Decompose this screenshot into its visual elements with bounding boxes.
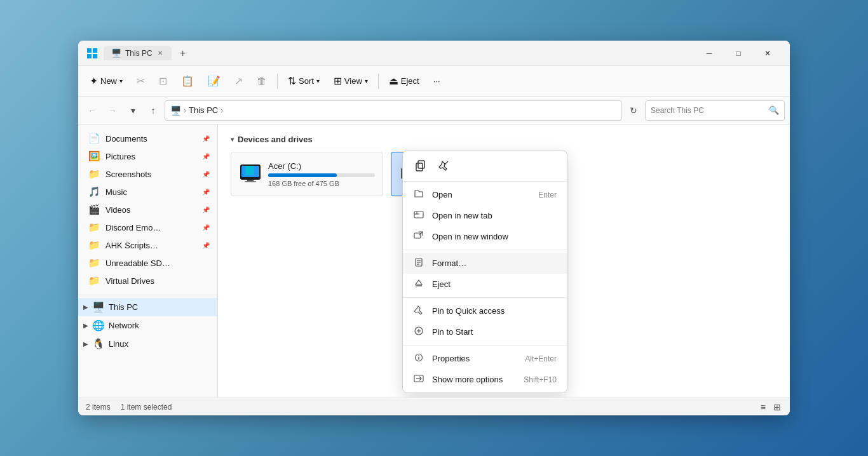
- cut-icon: ✂: [137, 75, 145, 87]
- linux-icon: 🐧: [92, 338, 105, 350]
- view-button[interactable]: ⊞ View ▾: [327, 71, 374, 91]
- titlebar: 🖥️ This PC ✕ + ─ □ ✕: [78, 41, 790, 66]
- ctx-open-new-window[interactable]: Open in new window: [403, 226, 567, 247]
- ctx-pin-start-icon: [413, 326, 424, 338]
- rename-button[interactable]: 📝: [201, 71, 227, 91]
- videos-icon: 🎬: [88, 204, 100, 215]
- grid-view-icon[interactable]: ⊞: [772, 401, 782, 413]
- titlebar-controls: ─ □ ✕: [695, 43, 782, 64]
- share-icon: ↗: [234, 75, 243, 87]
- forward-button[interactable]: →: [104, 102, 121, 119]
- sidebar-item-label: Music: [105, 187, 197, 197]
- svg-rect-3: [93, 54, 97, 58]
- screenshots-icon: 📁: [88, 168, 100, 180]
- pin-icon: 📌: [202, 242, 210, 249]
- new-dropdown-icon: ▾: [119, 77, 123, 84]
- sidebar-group-network[interactable]: ▶ 🌐 Network: [78, 316, 217, 335]
- add-tab-button[interactable]: +: [174, 44, 192, 62]
- svg-rect-0: [87, 48, 92, 53]
- cut-button[interactable]: ✂: [130, 71, 151, 91]
- sidebar-item-ahk-scripts[interactable]: 📁 AHK Scripts… 📌: [78, 236, 217, 254]
- ctx-pin-start-label: Pin to Start: [432, 327, 557, 337]
- ctx-separator2: [403, 297, 567, 298]
- sidebar-item-label: Videos: [105, 205, 197, 215]
- ctx-pin-start[interactable]: Pin to Start: [403, 321, 567, 342]
- sidebar-item-label: AHK Scripts…: [105, 241, 197, 250]
- ctx-open-new-tab[interactable]: Open in new tab: [403, 205, 567, 226]
- tab-this-pc[interactable]: 🖥️ This PC ✕: [104, 46, 172, 60]
- ctx-eject-label: Eject: [432, 279, 557, 289]
- more-button[interactable]: ···: [427, 72, 447, 90]
- paste-icon: 📋: [181, 75, 194, 87]
- main-area: 📄 Documents 📌 🖼️ Pictures 📌 📁 Screenshot…: [78, 124, 790, 398]
- chevron-right-icon: ▶: [83, 304, 88, 311]
- ctx-copy-button[interactable]: [410, 156, 431, 176]
- sidebar-item-screenshots[interactable]: 📁 Screenshots 📌: [78, 165, 217, 183]
- delete-button[interactable]: 🗑: [250, 72, 273, 91]
- section-header-devices: ▾ Devices and drives: [231, 135, 777, 144]
- eject-icon: ⏏: [389, 75, 398, 87]
- ctx-format[interactable]: Format…: [403, 253, 567, 274]
- sort-dropdown-icon: ▾: [316, 77, 320, 84]
- sidebar-item-virtual-drives[interactable]: 📁 Virtual Drives: [78, 272, 217, 290]
- minimize-button[interactable]: ─: [695, 43, 724, 64]
- new-button[interactable]: ✦ New ▾: [83, 71, 129, 91]
- ctx-eject[interactable]: Eject: [403, 274, 567, 295]
- drive-bar-wrap: [268, 173, 375, 177]
- sidebar-item-discord-emo[interactable]: 📁 Discord Emo… 📌: [78, 218, 217, 236]
- svg-rect-9: [250, 170, 254, 175]
- statusbar-right: ≡ ⊞: [759, 401, 782, 413]
- ctx-open-new-window-label: Open in new window: [432, 232, 557, 241]
- pictures-icon: 🖼️: [88, 151, 100, 162]
- close-button[interactable]: ✕: [753, 43, 782, 64]
- sidebar-group-linux[interactable]: ▶ 🐧 Linux: [78, 335, 217, 353]
- copy-button[interactable]: ⊡: [153, 71, 173, 91]
- refresh-button[interactable]: ↻: [625, 102, 642, 119]
- sidebar-group-this-pc[interactable]: ▶ 🖥️ This PC: [78, 298, 217, 316]
- path-separator: ›: [184, 106, 186, 115]
- ctx-pin-quick[interactable]: Pin to Quick access: [403, 300, 567, 321]
- up-button[interactable]: ↑: [144, 102, 162, 119]
- sidebar-item-music[interactable]: 🎵 Music 📌: [78, 183, 217, 201]
- tab-close-button[interactable]: ✕: [156, 48, 164, 58]
- sidebar-item-label: Virtual Drives: [105, 276, 210, 286]
- recent-button[interactable]: ▾: [124, 102, 142, 119]
- ctx-open-shortcut: Enter: [538, 191, 557, 199]
- paste-button[interactable]: 📋: [175, 71, 200, 91]
- toolbar-separator2: [378, 74, 379, 89]
- drive-icon-area: [239, 161, 262, 188]
- eject-button[interactable]: ⏏ Eject: [383, 71, 426, 91]
- status-selected: 1 item selected: [121, 403, 172, 412]
- music-icon: 🎵: [88, 186, 100, 198]
- sidebar-item-unreadable-sd[interactable]: 📁 Unreadable SD…: [78, 254, 217, 272]
- statusbar: 2 items 1 item selected ≡ ⊞: [78, 398, 790, 415]
- sidebar-item-label: Pictures: [105, 152, 197, 161]
- sidebar-item-documents[interactable]: 📄 Documents 📌: [78, 130, 217, 147]
- ctx-open[interactable]: Open Enter: [403, 184, 567, 205]
- pin-icon: 📌: [202, 224, 210, 231]
- maximize-button[interactable]: □: [724, 43, 753, 64]
- sidebar-item-videos[interactable]: 🎬 Videos 📌: [78, 201, 217, 218]
- path-separator2: ›: [220, 106, 223, 115]
- address-path[interactable]: 🖥️ › This PC ›: [165, 100, 622, 121]
- pin-icon: 📌: [202, 171, 210, 178]
- drive-acer-c[interactable]: Acer (C:) 168 GB free of 475 GB: [231, 152, 383, 196]
- svg-marker-31: [416, 280, 422, 285]
- list-view-icon[interactable]: ≡: [759, 401, 767, 413]
- discord-emo-icon: 📁: [88, 222, 100, 233]
- sidebar: 📄 Documents 📌 🖼️ Pictures 📌 📁 Screenshot…: [78, 124, 218, 398]
- sidebar-item-pictures[interactable]: 🖼️ Pictures 📌: [78, 147, 217, 165]
- sort-button[interactable]: ⇅ Sort ▾: [281, 71, 326, 91]
- tab-area: 🖥️ This PC ✕ +: [86, 44, 695, 62]
- sidebar-item-label: Documents: [105, 134, 197, 144]
- back-button[interactable]: ←: [83, 102, 101, 119]
- search-input[interactable]: [651, 106, 766, 115]
- ctx-properties[interactable]: Properties Alt+Enter: [403, 348, 567, 369]
- share-button[interactable]: ↗: [228, 71, 249, 91]
- ctx-show-more[interactable]: Show more options Shift+F10: [403, 369, 567, 390]
- svg-rect-22: [414, 211, 423, 218]
- ctx-pin-button[interactable]: [433, 156, 454, 176]
- ctx-format-label: Format…: [432, 258, 557, 268]
- ctx-format-icon: [413, 257, 424, 269]
- status-items: 2 items: [86, 403, 111, 412]
